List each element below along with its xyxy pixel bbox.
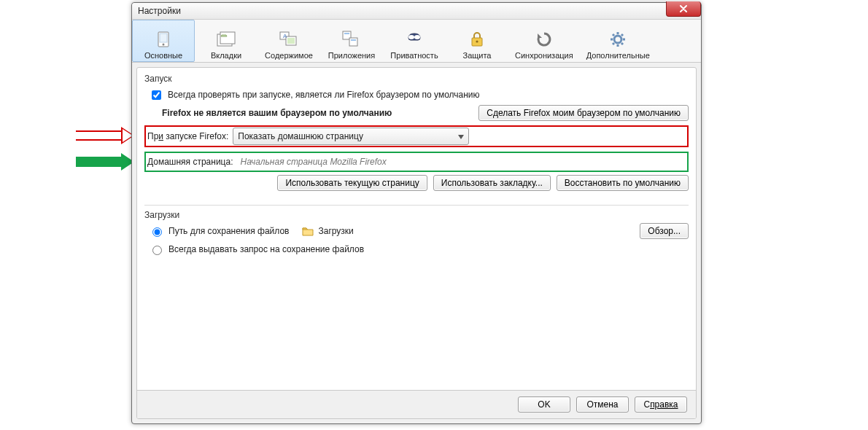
startup-group-title: Запуск: [144, 74, 689, 84]
save-to-value: Загрузки: [318, 226, 353, 236]
tab-label: Приложения: [328, 51, 375, 60]
window-close-button[interactable]: [666, 1, 701, 17]
check-default-browser-checkbox[interactable]: [152, 90, 161, 100]
tab-content[interactable]: A Содержимое: [257, 20, 320, 62]
svg-text:A: A: [283, 33, 287, 39]
downloads-group-title: Загрузки: [144, 210, 689, 220]
content-icon: A: [277, 29, 301, 50]
separator: [144, 205, 689, 206]
folder-icon: [302, 226, 314, 236]
tab-label: Основные: [144, 51, 182, 60]
always-ask-radio[interactable]: [152, 246, 162, 255]
downloads-group: Загрузки Путь для сохранения файлов Загр…: [144, 210, 689, 259]
tab-security[interactable]: Защита: [446, 20, 508, 62]
startup-group: Запуск Всегда проверять при запуске, явл…: [144, 74, 689, 193]
tab-label: Вкладки: [211, 51, 241, 60]
tab-advanced[interactable]: Дополнительные: [580, 20, 656, 62]
sync-icon: [532, 29, 556, 50]
svg-point-17: [614, 36, 621, 43]
tab-label: Защита: [463, 51, 492, 60]
svg-point-1: [163, 44, 165, 46]
always-ask-label: Всегда выдавать запрос на сохранение фай…: [168, 244, 364, 254]
general-icon: [152, 29, 175, 50]
use-current-page-button[interactable]: Использовать текущую страницу: [277, 175, 427, 191]
on-launch-row: При запуске Firefox: Показать домашнюю с…: [144, 125, 689, 147]
svg-rect-10: [349, 38, 357, 46]
window-title: Настройки: [135, 4, 184, 17]
close-icon: [679, 5, 688, 12]
restore-default-button[interactable]: Восстановить по умолчанию: [557, 175, 689, 191]
tab-label: Содержимое: [265, 51, 313, 60]
tab-privacy[interactable]: Приватность: [383, 20, 446, 62]
applications-icon: [340, 29, 363, 50]
use-bookmark-button[interactable]: Использовать закладку...: [433, 175, 551, 191]
help-button[interactable]: Справка: [635, 396, 687, 413]
tab-label: Синхронизация: [515, 51, 573, 60]
tabs-icon: [214, 29, 238, 50]
browse-button[interactable]: Обзор...: [640, 223, 689, 239]
on-launch-select[interactable]: Показать домашнюю страницу: [233, 128, 469, 145]
svg-rect-12: [351, 39, 356, 41]
tab-label: Дополнительные: [586, 51, 650, 60]
dialog-footer: OK Отмена Справка: [137, 390, 696, 418]
tab-label: Приватность: [390, 51, 438, 60]
save-to-radio[interactable]: [152, 227, 162, 237]
not-default-text: Firefox не является вашим браузером по у…: [162, 108, 392, 118]
homepage-label: Домашняя страница:: [147, 157, 233, 167]
annotation-arrow-green: [76, 153, 134, 171]
check-default-browser-label: Всегда проверять при запуске, является л…: [168, 90, 480, 100]
cancel-button[interactable]: Отмена: [576, 396, 629, 413]
svg-rect-4: [220, 32, 235, 44]
on-launch-selected-value: Показать домашнюю страницу: [238, 131, 363, 141]
make-default-button[interactable]: Сделать Firefox моим браузером по умолча…: [478, 105, 689, 121]
tab-sync[interactable]: Синхронизация: [508, 20, 580, 62]
svg-rect-8: [287, 38, 295, 44]
tab-applications[interactable]: Приложения: [320, 20, 383, 62]
chevron-down-icon: [458, 131, 464, 141]
on-launch-label: При запуске Firefox:: [147, 131, 228, 141]
general-panel: Запуск Всегда проверять при запуске, явл…: [136, 67, 697, 419]
privacy-icon: [403, 29, 426, 50]
settings-window: Настройки Основные Вкладки: [131, 2, 702, 424]
svg-point-16: [476, 40, 478, 42]
svg-rect-11: [344, 33, 349, 34]
category-toolbar: Основные Вкладки A Содержимое Приложения: [132, 20, 701, 63]
homepage-row: Домашняя страница:: [144, 152, 689, 172]
svg-rect-2: [160, 34, 167, 42]
lock-icon: [465, 29, 489, 50]
svg-point-13: [408, 35, 414, 39]
svg-point-14: [414, 35, 420, 39]
homepage-input[interactable]: [238, 155, 686, 169]
tab-general[interactable]: Основные: [132, 20, 195, 62]
gear-icon: [606, 29, 629, 50]
save-to-label: Путь для сохранения файлов: [168, 226, 289, 236]
titlebar: Настройки: [132, 3, 701, 20]
tab-tabs[interactable]: Вкладки: [195, 20, 257, 62]
ok-button[interactable]: OK: [518, 396, 570, 413]
